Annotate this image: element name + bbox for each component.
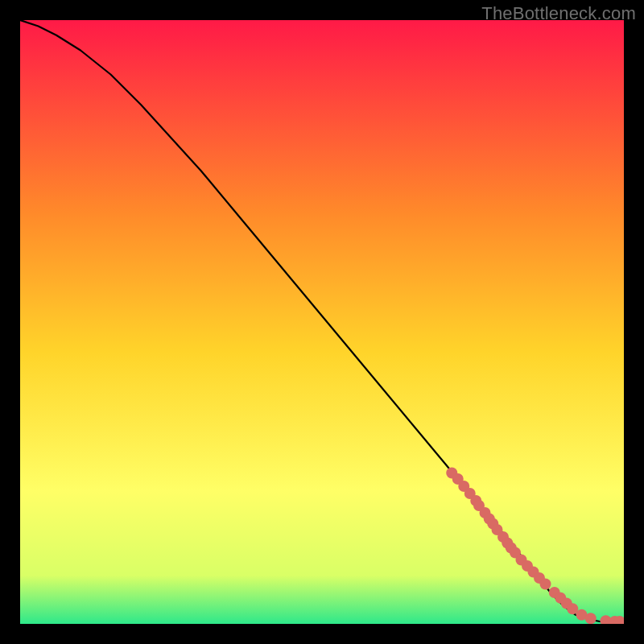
chart-svg — [20, 20, 624, 624]
watermark-text: TheBottleneck.com — [481, 3, 636, 24]
chart-frame: TheBottleneck.com — [0, 0, 644, 644]
gradient-background — [20, 20, 624, 624]
data-point — [585, 613, 597, 624]
plot-area — [20, 20, 624, 624]
data-point — [540, 579, 551, 590]
